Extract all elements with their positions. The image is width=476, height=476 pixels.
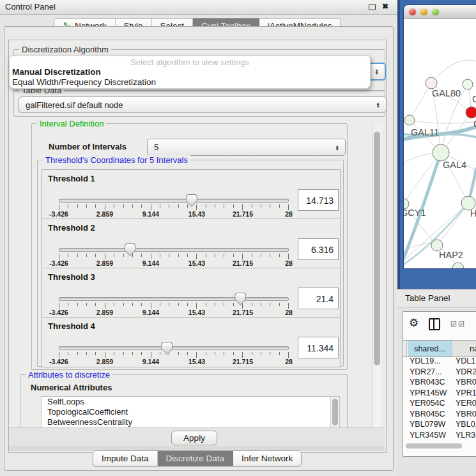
close-traffic-light[interactable] [409,8,416,15]
slider-tick-labels: -3.4262.8599.14415.4321.71528 [59,210,289,218]
attribute-list-item[interactable]: SelfLoops [42,397,339,407]
tick-label: 21.715 [233,358,253,365]
attribute-list-item[interactable]: TopologicalCoefficient [42,407,339,417]
gear-icon[interactable]: ⚙ [409,316,418,329]
threshold-value-field[interactable]: 11.344 [298,337,339,358]
tick-label: 2.859 [96,358,113,365]
numerical-attributes-list[interactable]: SelfLoopsTopologicalCoefficientBetweenne… [41,396,340,429]
combo-arrows-icon: ▲▼ [335,144,339,151]
table-row[interactable]: YER054CYER0... [403,398,476,409]
cell-name[interactable]: YDR2... [456,367,476,378]
table-row[interactable]: YIL052CYIL0... [403,440,476,441]
network-node[interactable] [426,77,437,89]
algorithm-option[interactable]: Manual Discretization [10,67,370,77]
table-row[interactable]: YDL19...YDL1... [403,356,476,367]
table-horizontal-scrollbar[interactable] [404,443,475,449]
float-window-icon[interactable] [369,4,376,10]
node-table: ⚙ ☑ ☑ shared... na YDL19...YDL1...YDR27.… [403,311,476,457]
threshold-row: Threshold 1 -3.4262.8599.14415.4321.7152… [42,170,340,219]
minimize-traffic-light[interactable] [420,8,427,15]
node-label: GAL11 [411,127,439,137]
cell-name[interactable]: YDL1... [456,356,476,367]
table-row[interactable]: YDR27...YDR2... [403,367,476,378]
cell-name[interactable]: YBR0... [456,377,476,388]
network-edge[interactable] [404,153,441,204]
cyni-bottom-tabs: Impute Data Discretize Data Infer Networ… [93,450,302,466]
cell-name[interactable]: YBR0... [456,409,476,420]
threshold-value-field[interactable]: 6.316 [298,238,339,260]
network-node[interactable] [463,79,473,89]
cell-name[interactable]: YBL0... [456,419,476,430]
tab-discretize-data[interactable]: Discretize Data [158,451,234,466]
network-canvas[interactable]: GAL80GACGAL11GAL4GCY1HHAP2 [404,19,476,268]
cell-name[interactable]: YLR3... [456,430,476,441]
cell-name[interactable]: YER0... [456,398,476,409]
tick-label: -3.426 [49,358,68,365]
tick-label: -3.426 [49,210,68,218]
slider-tick-labels: -3.4262.8599.14415.4321.71528 [59,309,289,316]
slider-track[interactable] [59,248,289,252]
close-icon[interactable]: ✖ [382,2,388,11]
tick-label: 2.859 [96,259,113,267]
algorithm-option[interactable]: Equal Width/Frequency Discretization [10,77,370,88]
network-edge[interactable] [410,120,476,123]
tick-label: 9.144 [142,309,159,316]
table-panel-title: Table Panel [405,293,450,303]
table-row[interactable]: YLR345WYLR3... [403,430,476,441]
attributes-scrollbar[interactable] [330,397,339,429]
network-node[interactable] [466,107,476,118]
combo-arrows-icon: ▲▼ [375,68,379,75]
threshold-value-field[interactable]: 21.4 [298,288,339,309]
tab-infer-network-label: Infer Network [242,454,293,463]
cell-name[interactable]: YPR1... [456,388,476,399]
threshold-row: Threshold 2 -3.4262.8599.14415.4321.7152… [42,219,340,268]
tab-impute-data[interactable]: Impute Data [93,451,158,466]
algorithm-dropdown-popup: Select algorithm to view settings Manual… [9,56,371,89]
table-row[interactable]: YPR145WYPR1... [403,388,476,399]
control-panel-titlebar: Control Panel ✖ [0,0,397,15]
column-layout-icon[interactable] [429,318,440,330]
network-node[interactable] [452,263,464,268]
network-edge[interactable] [410,83,431,120]
network-window-titlebar [404,5,476,19]
content-scrollbar[interactable] [372,126,381,427]
slider-track[interactable] [59,297,289,301]
table-row[interactable]: YBR045CYBR0... [403,409,476,420]
zoom-traffic-light[interactable] [432,8,439,15]
table-row[interactable]: YBL079WYBL0... [403,419,476,430]
cell-name[interactable]: YIL0... [456,440,476,441]
cell-shared-name[interactable]: YIL052C [410,440,441,441]
node-label: H [470,208,476,219]
cell-shared-name[interactable]: YDL19... [410,356,441,367]
cell-shared-name[interactable]: YBL079W [410,419,445,430]
column-header-name[interactable]: na [453,341,476,357]
cell-shared-name[interactable]: YDR27... [410,367,442,378]
tick-label: 2.859 [96,309,113,316]
cell-shared-name[interactable]: YLR345W [410,430,446,441]
control-panel-title: Control Panel [5,2,56,12]
cell-shared-name[interactable]: YBR043C [410,377,445,388]
node-label: GAL80 [432,88,461,98]
tab-infer-network[interactable]: Infer Network [233,451,301,466]
table-data-group: Table Data galFiltered.sif default node … [13,90,385,117]
cell-shared-name[interactable]: YER054C [410,398,445,409]
number-of-intervals-combobox[interactable]: 5 ▲▼ [147,139,346,156]
attribute-list-item[interactable]: BetweennessCentrality [42,417,339,427]
slider-track[interactable] [59,199,289,203]
node-label: HAP2 [439,250,463,260]
apply-button[interactable]: Apply [171,431,217,445]
tick-label: 28 [285,309,293,316]
threshold-value-field[interactable]: 14.713 [298,189,339,211]
table-data-combobox[interactable]: galFiltered.sif default node ▲▼ [19,96,387,113]
cell-shared-name[interactable]: YBR045C [410,409,445,420]
network-node[interactable] [404,115,415,125]
network-node[interactable] [433,144,449,161]
cell-shared-name[interactable]: YPR145W [410,388,447,399]
slider-track[interactable] [59,346,289,350]
checkbox-icon[interactable]: ☑ [450,320,457,328]
column-header-shared-name[interactable]: shared... [408,341,452,357]
combo-arrows-icon: ▲▼ [376,102,380,108]
tick-label: 21.715 [233,259,253,267]
checkbox-icon[interactable]: ☑ [458,320,464,328]
table-row[interactable]: YBR043CYBR0... [403,377,476,388]
